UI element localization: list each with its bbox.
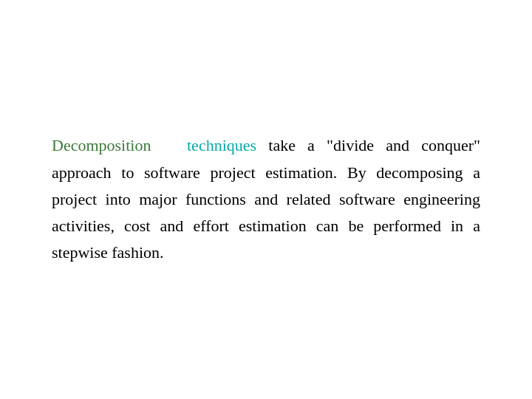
word-techniques: techniques: [187, 136, 256, 154]
text-part6: software: [339, 190, 395, 208]
word-decomposition: Decomposition: [52, 136, 151, 154]
space1: [163, 136, 187, 154]
content-block: Decomposition techniques take a "divide …: [52, 117, 480, 281]
text-part4: software: [144, 163, 200, 182]
main-paragraph: Decomposition techniques take a "divide …: [52, 132, 480, 266]
